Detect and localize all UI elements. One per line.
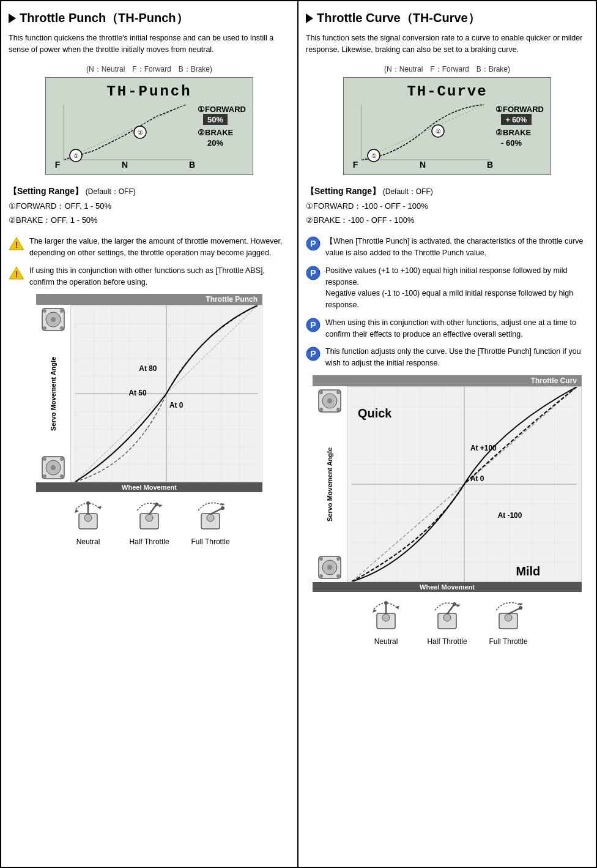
right-full-throttle-label: Full Throttle [489, 637, 527, 646]
left-section-title: Throttle Punch（TH-Punch） [9, 10, 290, 26]
right-setting-range: 【Setting Range】 (Default：OFF) ①FORWARD：-… [306, 184, 588, 228]
svg-marker-117 [456, 604, 461, 607]
right-info-text-4: This function adjusts only the curve. Us… [325, 346, 588, 369]
svg-point-87 [319, 391, 323, 394]
right-neutral-label: Neutral [374, 637, 398, 646]
svg-point-95 [336, 557, 340, 561]
right-wheel-movement-label: Wheel Movement [313, 582, 582, 592]
left-description: This function quickens the throttle's in… [9, 32, 290, 56]
svg-text:P: P [310, 349, 316, 359]
left-illus-neutral: Neutral [64, 498, 113, 546]
left-neutral-label: Neutral [76, 537, 100, 546]
warning-triangle-icon-1: ! [9, 236, 24, 251]
right-setting1: ①FORWARD：-100 - OFF - 100% [306, 201, 428, 211]
left-legend: (N：Neutral F：Forward B：Brake) [9, 64, 290, 75]
svg-text:At -100: At -100 [498, 511, 522, 520]
svg-point-93 [327, 565, 332, 570]
right-title-text: Throttle Curve（TH-Curve） [317, 10, 480, 26]
right-info-1: P 【When [Throttle Punch] is activated, t… [306, 236, 588, 259]
left-graph-title: Throttle Punch [36, 294, 262, 305]
svg-text:①: ① [371, 152, 377, 159]
svg-text:At 0: At 0 [470, 474, 484, 483]
svg-text:At 50: At 50 [128, 389, 146, 397]
right-servo-icon-bottom [317, 555, 342, 580]
right-y-axis-label: Servo Movement Angle [326, 413, 333, 555]
left-warning-text-1: The larger the value, the larger the amo… [29, 236, 290, 259]
triangle-icon-right [306, 13, 313, 23]
left-title-text: Throttle Punch（TH-Punch） [20, 10, 188, 26]
right-info-text-2: Positive values (+1 to +100) equal high … [325, 265, 588, 311]
svg-text:②BRAKE: ②BRAKE [495, 128, 532, 137]
svg-point-35 [60, 474, 64, 478]
svg-point-96 [319, 574, 323, 578]
full-throttle-servo-illustration [186, 498, 235, 535]
p-circle-icon-3: P [306, 318, 321, 332]
svg-point-86 [327, 398, 332, 403]
right-info-text-1: 【When [Throttle Punch] is activated, the… [325, 236, 588, 259]
right-graph-title: Throttle Curv [313, 375, 582, 386]
svg-text:+ 60%: + 60% [506, 116, 527, 124]
svg-text:F: F [353, 160, 358, 170]
right-setting2: ②BRAKE：-100 - OFF - 100% [306, 215, 414, 225]
servo-icon-bottom-left [41, 455, 65, 480]
p-circle-icon-2: P [306, 266, 321, 280]
left-throttle-illustrations: Neutral Half Throttle [9, 498, 290, 546]
left-setting1: ①FORWARD：OFF, 1 - 50% [9, 201, 111, 211]
right-illus-neutral: Neutral [362, 598, 410, 646]
right-throttle-illustrations: Neutral Half Throttle [306, 598, 588, 646]
p-circle-icon-4: P [306, 346, 321, 361]
warning-triangle-icon-2: ! [9, 266, 24, 280]
left-illus-half: Half Throttle [125, 498, 174, 546]
svg-point-90 [336, 408, 340, 411]
svg-text:B: B [189, 160, 195, 170]
svg-text:①FORWARD: ①FORWARD [198, 105, 246, 114]
svg-text:②: ② [138, 129, 143, 136]
left-warning-1: ! The larger the value, the larger the a… [9, 236, 290, 259]
right-setting-default: (Default：OFF) [383, 187, 433, 196]
svg-point-114 [443, 614, 451, 621]
svg-text:At 80: At 80 [139, 365, 157, 373]
svg-point-25 [43, 309, 46, 313]
svg-marker-48 [75, 509, 79, 513]
left-y-axis-label: Servo Movement Angle [50, 332, 57, 455]
svg-text:TH-Curve: TH-Curve [407, 83, 487, 100]
svg-text:!: ! [15, 269, 18, 279]
right-neutral-servo-illustration [362, 598, 410, 635]
left-wheel-movement-label: Wheel Movement [36, 482, 262, 492]
svg-text:N: N [122, 160, 128, 170]
svg-point-89 [319, 408, 323, 411]
left-graph-inner: Servo Movement Angle [36, 305, 262, 482]
svg-text:TH-Punch: TH-Punch [106, 83, 191, 100]
right-illus-half: Half Throttle [423, 598, 472, 646]
right-graph-area: Quick Mild At +100 At 0 At -100 [347, 386, 582, 582]
right-info-text-3: When using this in conjunction with othe… [325, 317, 588, 340]
svg-point-94 [319, 557, 323, 561]
svg-text:①: ① [73, 152, 79, 159]
svg-point-32 [43, 457, 46, 461]
svg-point-27 [43, 326, 46, 330]
svg-point-121 [519, 606, 522, 610]
left-servo-y-area: Servo Movement Angle [36, 305, 70, 482]
left-full-throttle-label: Full Throttle [191, 537, 229, 546]
right-column: Throttle Curve（TH-Curve） This function s… [298, 1, 596, 867]
left-setting2: ②BRAKE：OFF, 1 - 50% [9, 215, 98, 225]
svg-text:50%: 50% [207, 115, 223, 124]
svg-text:F: F [55, 160, 61, 170]
th-punch-diagram: TH-Punch F N B ① ② ①FORWARD 50% [45, 77, 253, 175]
svg-point-31 [51, 465, 56, 470]
svg-marker-53 [158, 504, 163, 507]
svg-text:N: N [420, 160, 426, 170]
svg-line-115 [447, 604, 454, 614]
left-warning-text-2: If using this in conjunction with other … [29, 265, 290, 288]
svg-point-119 [505, 614, 512, 621]
right-info-3: P When using this in conjunction with ot… [306, 317, 588, 340]
svg-line-51 [149, 504, 157, 514]
right-info-4: P This function adjusts only the curve. … [306, 346, 588, 369]
right-info-2: P Positive values (+1 to +100) equal hig… [306, 265, 588, 311]
right-servo-icon-top [317, 389, 342, 413]
servo-icon-top-left [41, 307, 65, 332]
svg-point-33 [60, 457, 64, 461]
svg-point-26 [60, 309, 64, 313]
right-description: This function sets the signal conversion… [306, 32, 588, 56]
th-curve-diagram: TH-Curve F N B ① ② ①FORWARD + 60% ②BRAKE… [343, 77, 551, 175]
